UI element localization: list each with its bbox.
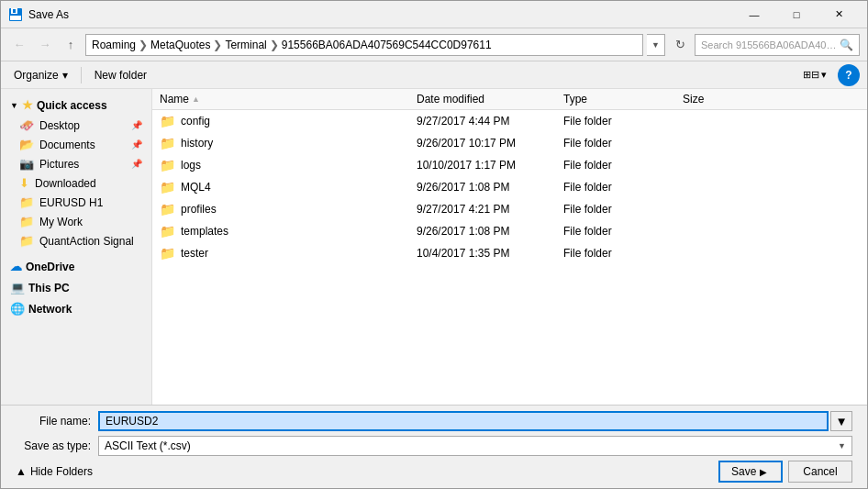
file-date-tester: 10/4/2017 1:35 PM (409, 245, 556, 261)
file-name-templates: 📁 templates (152, 222, 409, 240)
save-button[interactable]: Save ▶ (718, 461, 783, 483)
file-row-tester[interactable]: 📁 tester 10/4/2017 1:35 PM File folder (152, 242, 867, 264)
file-row-mql4[interactable]: 📁 MQL4 9/26/2017 1:08 PM File folder (152, 176, 867, 198)
sidebar-documents-label: Documents (39, 139, 95, 151)
sidebar-item-eurusdh1[interactable]: 📁 EURUSD H1 (1, 193, 151, 212)
sidebar-item-documents[interactable]: 📂 Documents 📌 (1, 135, 151, 154)
organize-arrow: ▾ (62, 69, 68, 82)
thispc-label: This PC (28, 282, 70, 295)
thispc-icon: 💻 (10, 281, 25, 295)
file-row-config[interactable]: 📁 config 9/27/2017 4:44 PM File folder (152, 110, 867, 132)
file-row-history[interactable]: 📁 history 9/26/2017 10:17 PM File folder (152, 132, 867, 154)
savetype-label: Save as type: (16, 439, 98, 452)
quick-access-icon: ★ (22, 98, 33, 112)
svg-rect-2 (13, 9, 16, 13)
minimize-button[interactable]: — (733, 1, 775, 28)
file-name-history: 📁 history (152, 134, 409, 152)
mywork-folder-icon: 📁 (19, 215, 34, 228)
sidebar-item-quantaction[interactable]: 📁 QuantAction Signal (1, 231, 151, 250)
file-row-profiles[interactable]: 📁 profiles 9/27/2017 4:21 PM File folder (152, 198, 867, 220)
toolbar-separator (81, 67, 82, 83)
file-type-profiles: File folder (556, 201, 675, 217)
file-name-config: 📁 config (152, 112, 409, 130)
sidebar-downloaded-label: Downloaded (35, 177, 96, 190)
sidebar-quantaction-label: QuantAction Signal (39, 235, 134, 248)
file-list-header: Name ▲ Date modified Type Size (152, 89, 867, 110)
col-size-header[interactable]: Size (675, 93, 749, 106)
pin-icon-pics: 📌 (131, 159, 142, 169)
svg-rect-3 (10, 16, 21, 20)
savetype-arrow: ▼ (838, 441, 846, 450)
up-button[interactable]: ↑ (60, 34, 82, 56)
pictures-icon: 📷 (19, 157, 34, 171)
file-name-logs: 📁 logs (152, 156, 409, 174)
title-text: Save As (28, 8, 733, 21)
sidebar-item-pictures[interactable]: 📷 Pictures 📌 (1, 154, 151, 173)
filename-label: File name: (16, 415, 98, 428)
help-button[interactable]: ? (838, 64, 860, 86)
file-size-templates (675, 229, 749, 233)
eurusd-folder-icon: 📁 (19, 195, 34, 209)
title-bar: Save As — □ ✕ (1, 1, 867, 28)
quick-access-header[interactable]: ▼ ★ Quick access (1, 94, 151, 116)
file-list: Name ▲ Date modified Type Size 📁 config (152, 89, 867, 405)
file-date-config: 9/27/2017 4:44 PM (409, 113, 556, 129)
savetype-row: Save as type: ASCII Text (*.csv) ▼ (16, 436, 852, 456)
onedrive-header[interactable]: ☁ OneDrive (1, 256, 151, 277)
organize-label: Organize (14, 69, 59, 82)
address-toolbar: ← → ↑ Roaming ❯ MetaQuotes ❯ Terminal ❯ … (1, 28, 867, 61)
quick-access-label: Quick access (37, 99, 107, 112)
file-row-logs[interactable]: 📁 logs 10/10/2017 1:17 PM File folder (152, 154, 867, 176)
title-icon (8, 7, 23, 22)
search-box[interactable]: Search 915566BA06ADA40756... 🔍 (695, 34, 860, 56)
search-placeholder: Search 915566BA06ADA40756... (701, 39, 840, 50)
refresh-button[interactable]: ↻ (669, 34, 691, 56)
onedrive-label: OneDrive (26, 261, 74, 273)
file-row-templates[interactable]: 📁 templates 9/26/2017 1:08 PM File folde… (152, 220, 867, 242)
col-type-header[interactable]: Type (556, 93, 675, 106)
sidebar-desktop-label: Desktop (39, 119, 80, 132)
file-size-profiles (675, 207, 749, 211)
hide-folders-button[interactable]: ▲ Hide Folders (16, 465, 93, 478)
view-icon: ⊞⊟ (803, 69, 819, 81)
back-button[interactable]: ← (8, 34, 30, 56)
filename-input[interactable] (98, 411, 829, 431)
pin-icon-docs: 📌 (131, 139, 142, 150)
file-date-history: 9/26/2017 10:17 PM (409, 135, 556, 151)
thispc-header[interactable]: 💻 This PC (1, 277, 151, 298)
filename-dropdown[interactable]: ▼ (830, 411, 852, 431)
breadcrumb-metaquotes: MetaQuotes (150, 39, 210, 51)
sidebar-item-mywork[interactable]: 📁 My Work (1, 212, 151, 231)
secondary-toolbar: Organize ▾ New folder ⊞⊟ ▾ ? (1, 61, 867, 89)
col-name-header[interactable]: Name ▲ (152, 93, 409, 106)
quantaction-folder-icon: 📁 (19, 234, 34, 248)
breadcrumb-folder-id: 915566BA06ADA407569C544CC0D97611 (282, 39, 492, 51)
folder-icon: 📁 (160, 224, 175, 239)
folder-icon: 📁 (160, 114, 175, 128)
cancel-button[interactable]: Cancel (788, 461, 852, 483)
file-type-tester: File folder (556, 245, 675, 261)
sort-indicator: ▲ (192, 94, 200, 104)
file-size-config (675, 119, 749, 123)
folder-icon: 📁 (160, 136, 175, 150)
file-name-profiles: 📁 profiles (152, 200, 409, 218)
col-date-header[interactable]: Date modified (409, 93, 556, 106)
breadcrumb-dropdown[interactable]: ▼ (647, 34, 665, 56)
close-button[interactable]: ✕ (818, 1, 860, 28)
organize-button[interactable]: Organize ▾ (8, 67, 73, 83)
window-controls: — □ ✕ (733, 1, 860, 28)
desktop-icon: 🛷 (19, 118, 34, 132)
sidebar-item-desktop[interactable]: 🛷 Desktop 📌 (1, 116, 151, 135)
sidebar-item-downloaded[interactable]: ⬇ Downloaded (1, 173, 151, 193)
savetype-select[interactable]: ASCII Text (*.csv) ▼ (98, 436, 852, 456)
file-name-tester: 📁 tester (152, 244, 409, 262)
forward-button[interactable]: → (34, 34, 56, 56)
pin-icon: 📌 (131, 120, 142, 130)
bottom-area: File name: ▼ Save as type: ASCII Text (*… (1, 405, 867, 488)
network-header[interactable]: 🌐 Network (1, 298, 151, 319)
maximize-button[interactable]: □ (775, 1, 818, 28)
save-as-dialog: Save As — □ ✕ ← → ↑ Roaming ❯ MetaQuotes… (0, 0, 868, 489)
view-button[interactable]: ⊞⊟ ▾ (799, 67, 830, 83)
new-folder-button[interactable]: New folder (89, 67, 152, 83)
breadcrumb[interactable]: Roaming ❯ MetaQuotes ❯ Terminal ❯ 915566… (85, 34, 643, 56)
